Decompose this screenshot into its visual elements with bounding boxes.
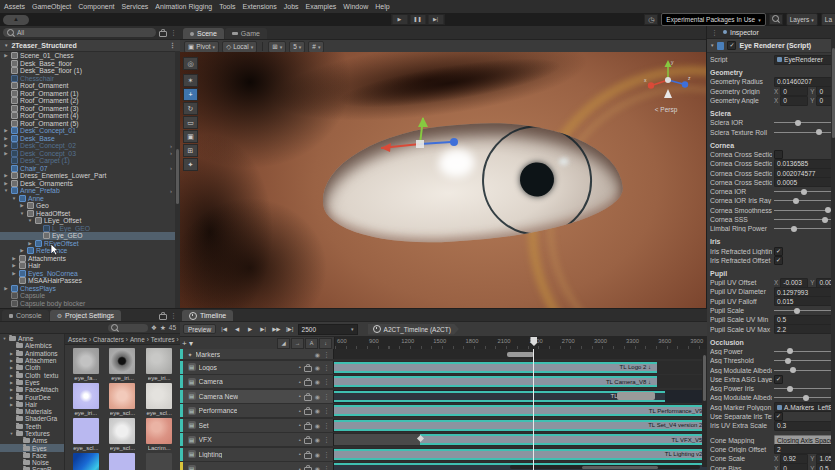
foldout-icon[interactable]: ▼ <box>11 196 17 201</box>
property-value-field[interactable]: A.Markers_LeftEye (Tra <box>774 402 832 412</box>
handle-rotation-toggle[interactable]: ◇ Local ▾ <box>222 41 257 53</box>
slider-knob[interactable] <box>803 395 809 401</box>
tab-scene[interactable]: Scene <box>183 28 224 39</box>
property-value-field[interactable]: 0.015 <box>774 296 832 306</box>
scene-header[interactable]: ▼ 2Teaser_Structured ⋮ <box>0 40 180 52</box>
track-content[interactable]: TL Camera_V8 ↓ <box>334 375 707 388</box>
folder-teeth[interactable]: Teeth <box>0 423 64 430</box>
hierarchy-item-roof-ornament-4-[interactable]: Roof_Ornament (4) <box>0 112 180 120</box>
folder-cloth-textu[interactable]: ▶Cloth_textu <box>0 371 64 378</box>
menu-animation-rigging[interactable]: Animation Rigging <box>155 3 212 10</box>
pause-button[interactable]: ❚❚ <box>409 14 426 25</box>
favorites-icon[interactable]: ★ <box>160 324 166 332</box>
track-menu-icon[interactable]: ⋮ <box>323 407 330 414</box>
timeline-vscrollbar[interactable] <box>702 349 707 467</box>
foldout-icon[interactable]: ▶ <box>3 143 9 148</box>
property-slider[interactable] <box>774 366 832 375</box>
track-content[interactable]: TL Camera_V9 <box>334 390 707 403</box>
asset-item[interactable]: eye_scl... <box>142 383 176 416</box>
breadcrumb[interactable]: Assets›Characters›Anne›Textures› <box>65 334 180 345</box>
slider-knob[interactable] <box>787 386 793 392</box>
asset-item[interactable]: eye_fa... <box>69 348 103 381</box>
foldout-icon[interactable]: ▶ <box>3 136 9 141</box>
hierarchy-item-chair-07[interactable]: Chair_07› <box>0 165 180 173</box>
folder-eyes[interactable]: ▶Eyes <box>0 379 64 386</box>
edit-mode-icon[interactable]: → <box>291 338 304 349</box>
pivot-toggle[interactable]: ▣ Pivot ▾ <box>184 41 219 53</box>
record-icon[interactable]: • <box>299 466 301 470</box>
custom-tool[interactable]: ✦ <box>183 158 198 171</box>
slider-knob[interactable] <box>794 308 800 314</box>
foldout-icon[interactable]: ▶ <box>11 256 17 261</box>
track-content[interactable]: TL VFX_V5 ↓ <box>334 433 707 446</box>
asset-item[interactable] <box>142 453 176 470</box>
asset-item[interactable] <box>69 453 103 470</box>
menu-extensions[interactable]: Extensions <box>243 3 277 10</box>
prefab-chevron-icon[interactable]: › <box>170 150 172 156</box>
foldout-icon[interactable]: ▶ <box>11 263 17 268</box>
property-slider[interactable] <box>774 206 832 215</box>
property-value-field[interactable]: 2 <box>774 444 832 454</box>
property-slider[interactable] <box>774 347 832 356</box>
inspector-scrollbar[interactable] <box>831 38 835 470</box>
track-content[interactable] <box>334 349 707 359</box>
property-value-field[interactable]: 0.0005 <box>774 177 832 187</box>
prefab-chevron-icon[interactable]: › <box>170 188 172 194</box>
track-header[interactable]: ✦Markers◉⋮ <box>180 349 334 359</box>
folder-cloth[interactable]: ▶Cloth <box>0 364 64 371</box>
track-content[interactable]: TL Set_V4 version 2 ↓ <box>334 419 707 432</box>
orientation-gizmo[interactable]: x y z <box>642 56 694 104</box>
hierarchy-item-chesschair[interactable]: Chesschair <box>0 75 180 83</box>
folder-fourdee[interactable]: ▶FourDee <box>0 393 64 400</box>
track-content[interactable]: TL Performance_V9 ↓ <box>334 404 707 417</box>
foldout-icon[interactable]: ▼ <box>19 211 25 216</box>
hierarchy-item-desk-ornaments[interactable]: ▶Desk_Ornaments <box>0 180 180 188</box>
asset-item[interactable]: eye_scl... <box>106 418 140 451</box>
track-header[interactable]: ▤Lighting•◉⋮ <box>180 448 334 461</box>
track-header[interactable]: ▤VFX•◉⋮ <box>180 433 334 446</box>
timeline-hscrollbar[interactable] <box>510 465 700 469</box>
record-icon[interactable]: • <box>299 451 301 457</box>
layout-dropdown[interactable]: La <box>821 13 835 26</box>
foldout-icon[interactable]: ▶ <box>9 395 14 400</box>
layers-dropdown[interactable]: Layers ▾ <box>786 13 818 26</box>
hierarchy-item-capsule-body-blocker[interactable]: Capsule body blocker <box>0 300 180 308</box>
track-header[interactable]: ▤Performance•◉⋮ <box>180 404 334 417</box>
timeline-clip[interactable]: TL Camera_V8 ↓ <box>334 376 657 387</box>
frame-field[interactable]: 2500 ▾ <box>298 324 358 335</box>
add-track-button[interactable]: + ▾ <box>182 339 193 348</box>
curves-view-icon[interactable]: ◢ <box>277 338 290 349</box>
lock-icon[interactable] <box>159 31 167 37</box>
slider-knob[interactable] <box>790 367 796 373</box>
hierarchy-item-msaahairpasses[interactable]: MSAAHairPasses <box>0 277 180 285</box>
tab-inspector[interactable]: Inspector <box>730 29 759 36</box>
undo-history-icon[interactable]: ◷ <box>644 14 658 25</box>
record-icon[interactable]: • <box>299 422 301 428</box>
asset-item[interactable]: eye_iri... <box>106 348 140 381</box>
foldout-icon[interactable]: ▶ <box>19 248 25 253</box>
folder-hair[interactable]: ▶Hair <box>0 401 64 408</box>
panel-menu-icon[interactable]: ⋮ <box>170 312 177 319</box>
property-slider[interactable] <box>774 215 832 224</box>
folder-attachmen[interactable]: ▶Attachmen <box>0 357 64 364</box>
project-search-input[interactable] <box>108 324 148 332</box>
property-checkbox[interactable]: ✓ <box>774 256 783 265</box>
lock-icon[interactable] <box>304 438 312 444</box>
property-value-field[interactable]: EyeRenderer <box>774 55 832 65</box>
track-content[interactable]: TL Logo 2 ↓ <box>334 361 707 374</box>
transform-tool[interactable]: ⊞ <box>183 144 198 157</box>
hierarchy-item-eye-geo[interactable]: Eye_GEO <box>0 232 180 240</box>
experimental-packages-dropdown[interactable]: Experimental Packages In Use ▾ <box>661 13 765 26</box>
track-menu-icon[interactable]: ⋮ <box>323 378 330 385</box>
eye-visibility-icon[interactable]: ◉ <box>315 407 320 414</box>
foldout-icon[interactable]: ▶ <box>3 181 9 186</box>
record-icon[interactable]: • <box>299 408 301 414</box>
timeline-clip[interactable]: TL Performance_V9 ↓ <box>334 405 707 416</box>
menu-help[interactable]: Help <box>375 3 389 10</box>
hierarchy-item-dress-enemies-lower-part[interactable]: ▶Dress_Enemies_Lower_Part <box>0 172 180 180</box>
property-slider[interactable] <box>774 306 832 315</box>
track-header[interactable]: ▤Camera New•◉⋮ <box>180 390 334 403</box>
hand-tool[interactable]: ✶ <box>183 74 198 87</box>
property-checkbox[interactable]: ✓ <box>774 375 783 384</box>
menu-component[interactable]: Component <box>78 3 114 10</box>
